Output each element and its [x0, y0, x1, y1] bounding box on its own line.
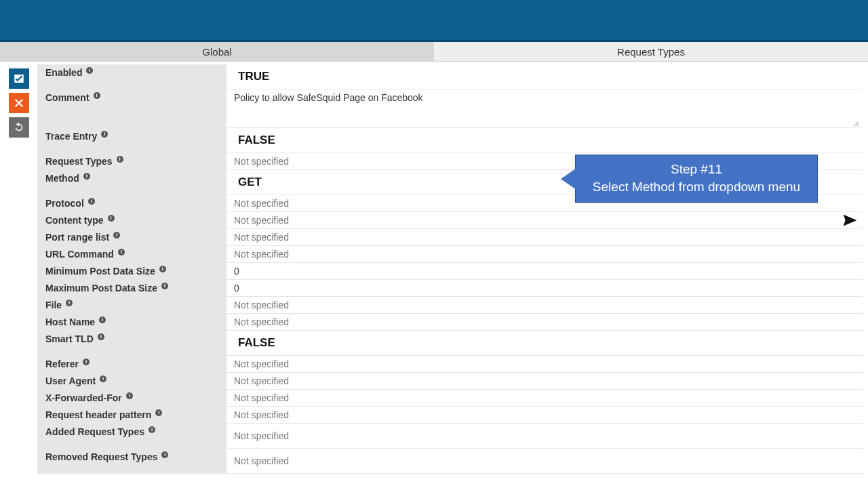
- label-port-range-list: Port range listi: [37, 229, 227, 245]
- undo-button[interactable]: [9, 117, 29, 138]
- value-url-command[interactable]: Not specified: [227, 246, 863, 262]
- value-x-forwarded-for[interactable]: Not specified: [227, 390, 863, 406]
- row-content-type: Content typei Not specified: [37, 212, 863, 229]
- value-min-post[interactable]: 0: [227, 263, 863, 279]
- value-smart-tld[interactable]: FALSE: [227, 331, 863, 355]
- tab-request-types[interactable]: Request Types: [434, 42, 868, 61]
- value-added-request-types[interactable]: Not specified: [227, 424, 863, 448]
- label-content-type: Content typei: [37, 212, 227, 228]
- label-method: Methodi: [37, 170, 227, 195]
- label-request-types: Request Typesi: [37, 153, 227, 169]
- row-trace-entry: Trace Entryi FALSE: [37, 128, 863, 153]
- row-removed-request-types: Removed Request Typesi Not specified: [37, 449, 863, 474]
- undo-icon: [13, 121, 25, 134]
- label-comment: Commenti: [37, 89, 227, 127]
- label-x-forwarded-for: X-Forwarded-Fori: [37, 390, 227, 406]
- label-url-command: URL Commandi: [37, 246, 227, 262]
- check-icon: [13, 73, 25, 85]
- row-max-post: Maximum Post Data Sizei 0: [37, 280, 863, 297]
- save-button[interactable]: [9, 68, 29, 89]
- info-icon[interactable]: i: [101, 131, 108, 138]
- info-icon[interactable]: i: [159, 266, 166, 272]
- value-comment[interactable]: Policy to allow SafeSquid Page on Facebo…: [227, 89, 863, 127]
- value-port-range-list[interactable]: Not specified: [227, 229, 863, 245]
- value-max-post[interactable]: 0: [227, 280, 863, 296]
- info-icon[interactable]: i: [108, 215, 115, 222]
- row-added-request-types: Added Request Typesi Not specified: [37, 424, 863, 449]
- callout-text: Select Method from dropdown menu: [593, 180, 800, 194]
- callout-title: Step #11: [584, 161, 809, 178]
- row-host-name: Host Namei Not specified: [37, 314, 863, 331]
- value-host-name[interactable]: Not specified: [227, 314, 863, 330]
- info-icon[interactable]: i: [161, 283, 168, 289]
- value-enabled[interactable]: TRUE: [227, 64, 863, 89]
- info-icon[interactable]: i: [149, 426, 155, 433]
- row-url-command: URL Commandi Not specified: [37, 246, 863, 263]
- label-referer: Refereri: [37, 356, 227, 372]
- tab-global[interactable]: Global: [0, 42, 434, 61]
- value-user-agent[interactable]: Not specified: [227, 373, 863, 389]
- info-icon[interactable]: i: [83, 359, 90, 365]
- close-icon: [13, 97, 25, 109]
- label-user-agent: User Agenti: [37, 373, 227, 389]
- label-protocol: Protocoli: [37, 195, 227, 211]
- label-smart-tld: Smart TLDi: [37, 331, 227, 355]
- label-added-request-types: Added Request Typesi: [37, 424, 227, 448]
- row-referer: Refereri Not specified: [37, 356, 863, 373]
- info-icon[interactable]: i: [88, 198, 95, 205]
- label-removed-request-types: Removed Request Typesi: [37, 449, 227, 473]
- row-request-header-pattern: Request header patterni Not specified: [37, 407, 863, 424]
- side-button-column: [0, 64, 37, 138]
- value-request-header-pattern[interactable]: Not specified: [227, 407, 863, 423]
- row-min-post: Minimum Post Data Sizei 0: [37, 263, 863, 280]
- info-icon[interactable]: i: [98, 333, 104, 340]
- row-x-forwarded-for: X-Forwarded-Fori Not specified: [37, 390, 863, 407]
- info-icon[interactable]: i: [94, 92, 100, 99]
- value-content-type[interactable]: Not specified: [227, 212, 863, 228]
- info-icon[interactable]: i: [113, 232, 120, 239]
- value-referer[interactable]: Not specified: [227, 356, 863, 372]
- info-icon[interactable]: i: [117, 156, 123, 163]
- send-icon[interactable]: [842, 213, 857, 228]
- label-file: Filei: [37, 297, 227, 313]
- tabs: Global Request Types: [0, 42, 868, 62]
- row-smart-tld: Smart TLDi FALSE: [37, 331, 863, 356]
- info-icon[interactable]: i: [126, 392, 133, 399]
- cancel-button[interactable]: [9, 93, 29, 113]
- form-area: Enabledi TRUE Commenti Policy to allow S…: [37, 64, 868, 474]
- value-removed-request-types[interactable]: Not specified: [227, 449, 863, 473]
- row-comment: Commenti Policy to allow SafeSquid Page …: [37, 89, 863, 128]
- label-host-name: Host Namei: [37, 314, 227, 330]
- value-trace-entry[interactable]: FALSE: [227, 128, 863, 152]
- top-bar: [0, 0, 868, 42]
- resize-handle-icon[interactable]: [852, 119, 859, 126]
- row-enabled: Enabledi TRUE: [37, 64, 863, 89]
- instruction-callout: Step #11 Select Method from dropdown men…: [575, 155, 818, 203]
- info-icon[interactable]: i: [100, 375, 106, 382]
- label-min-post: Minimum Post Data Sizei: [37, 263, 227, 279]
- value-file[interactable]: Not specified: [227, 297, 863, 313]
- info-icon[interactable]: i: [99, 317, 106, 323]
- info-icon[interactable]: i: [118, 249, 125, 256]
- info-icon[interactable]: i: [66, 300, 73, 306]
- label-max-post: Maximum Post Data Sizei: [37, 280, 227, 296]
- label-enabled: Enabledi: [37, 64, 227, 89]
- row-user-agent: User Agenti Not specified: [37, 373, 863, 390]
- info-icon[interactable]: i: [155, 409, 162, 416]
- info-icon[interactable]: i: [161, 451, 168, 458]
- row-port-range-list: Port range listi Not specified: [37, 229, 863, 246]
- label-request-header-pattern: Request header patterni: [37, 407, 227, 423]
- info-icon[interactable]: i: [86, 67, 93, 74]
- row-file: Filei Not specified: [37, 297, 863, 314]
- info-icon[interactable]: i: [83, 173, 90, 180]
- label-trace-entry: Trace Entryi: [37, 128, 227, 152]
